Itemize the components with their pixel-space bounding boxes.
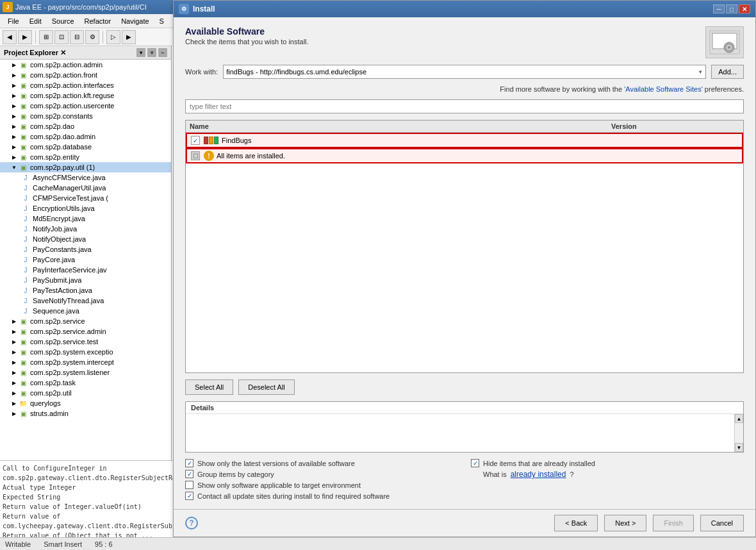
tree-label-24: Sequence.java bbox=[33, 307, 79, 315]
option-target-checkbox[interactable] bbox=[185, 481, 193, 489]
tree-item-24[interactable]: J Sequence.java bbox=[0, 306, 171, 316]
package-icon-6: ▣ bbox=[18, 122, 28, 131]
file-icon-12: J bbox=[21, 183, 31, 192]
panel-collapse-button[interactable]: ▾ bbox=[136, 48, 145, 57]
tree-item-23[interactable]: J SaveNotifyThread.java bbox=[0, 296, 171, 306]
tree-item-6[interactable]: ▶ ▣ com.sp2p.dao bbox=[0, 121, 171, 131]
tree-item-29[interactable]: ▶ ▣ com.sp2p.system.intercept bbox=[0, 357, 171, 367]
tree-item-26[interactable]: ▶ ▣ com.sp2p.service.admin bbox=[0, 326, 171, 337]
tree-item-4[interactable]: ▶ ▣ com.sp2p.action.usercente bbox=[0, 101, 171, 111]
option-contact-checkbox[interactable] bbox=[185, 492, 193, 500]
findbugs-checkbox[interactable]: ✓ bbox=[191, 136, 200, 145]
tree-label-11: AsyncCFMService.java bbox=[33, 174, 106, 181]
dialog-maximize-button[interactable]: □ bbox=[726, 4, 737, 13]
tree-item-5[interactable]: ▶ ▣ com.sp2p.constants bbox=[0, 111, 171, 121]
file-icon-11: J bbox=[21, 173, 31, 182]
option-contact-label: Contact all update sites during install … bbox=[197, 492, 390, 500]
tree-item-25[interactable]: ▶ ▣ com.sp2p.service bbox=[0, 316, 171, 326]
dialog-close-button[interactable]: ✕ bbox=[739, 4, 750, 13]
tree-item-2[interactable]: ▶ ▣ com.sp2p.action.interfaces bbox=[0, 80, 171, 90]
tree-item-32[interactable]: ▶ ▣ com.sp2p.util bbox=[0, 388, 171, 398]
tree-item-20[interactable]: J PayInterfaceService.jav bbox=[0, 265, 171, 275]
tree-item-18[interactable]: J PayConstants.java bbox=[0, 244, 171, 254]
option-group-label: Group items by category bbox=[197, 471, 274, 478]
menu-source[interactable]: Source bbox=[47, 16, 79, 26]
tree-label-20: PayInterfaceService.jav bbox=[33, 266, 107, 274]
tree-item-19[interactable]: J PayCore.java bbox=[0, 254, 171, 265]
software-row-all-installed[interactable]: ☐ ! All items are installed. bbox=[186, 148, 743, 163]
work-with-combo[interactable]: findBugs - http://findbugs.cs.umd.edu/ec… bbox=[223, 65, 706, 79]
tree-item-10[interactable]: ▼ ▣ com.sp2p.pay.util (1) bbox=[0, 162, 171, 172]
details-scroll-down[interactable]: ▼ bbox=[735, 443, 743, 452]
back-button[interactable]: < Back bbox=[554, 515, 598, 531]
tree-item-12[interactable]: J CacheManagerUtil.java bbox=[0, 183, 171, 193]
cancel-button[interactable]: Cancel bbox=[700, 515, 744, 531]
software-row-findbugs[interactable]: ✓ FindBugs bbox=[186, 133, 743, 148]
tree-label-22: PayTestAction.java bbox=[33, 287, 92, 294]
add-button[interactable]: Add... bbox=[711, 65, 744, 79]
tree-item-33[interactable]: ▶ 📁 querylogs bbox=[0, 398, 171, 408]
package-icon-10: ▣ bbox=[18, 163, 28, 172]
tree-item-13[interactable]: J CFMPServiceTest.java ( bbox=[0, 193, 171, 203]
toolbar-forward-button[interactable]: ▶ bbox=[18, 30, 32, 44]
tree-item-28[interactable]: ▶ ▣ com.sp2p.system.exceptio bbox=[0, 347, 171, 357]
tree-item-30[interactable]: ▶ ▣ com.sp2p.system.listener bbox=[0, 367, 171, 378]
options-section: Show only the latest versions of availab… bbox=[185, 459, 744, 500]
tree-item-0[interactable]: ▶ ▣ com.sp2p.action.admin bbox=[0, 60, 171, 70]
tree-item-11[interactable]: J AsyncCFMService.java bbox=[0, 172, 171, 183]
deselect-all-button[interactable]: Deselect All bbox=[238, 379, 294, 395]
panel-minimize-button[interactable]: − bbox=[158, 48, 167, 57]
option-hide-checkbox[interactable] bbox=[471, 459, 479, 467]
option-hide-installed: Hide items that are already installed bbox=[471, 459, 744, 467]
toolbar-debug-button[interactable]: ▷ bbox=[106, 30, 120, 44]
tree-label-28: com.sp2p.system.exceptio bbox=[30, 348, 113, 356]
tree-item-7[interactable]: ▶ ▣ com.sp2p.dao.admin bbox=[0, 131, 171, 142]
option-group-checkbox[interactable] bbox=[185, 470, 193, 478]
tree-label-19: PayCore.java bbox=[33, 256, 75, 263]
toolbar-btn-4[interactable]: ⚙ bbox=[85, 30, 99, 44]
menu-edit[interactable]: Edit bbox=[24, 16, 47, 26]
toolbar-btn-2[interactable]: ⊡ bbox=[54, 30, 69, 44]
toolbar-back-button[interactable]: ◀ bbox=[3, 30, 17, 44]
available-software-sites-link[interactable]: 'Available Software Sites' bbox=[624, 85, 703, 93]
panel-menu-button[interactable]: ▿ bbox=[147, 48, 156, 57]
tree-item-16[interactable]: J NotifyJob.java bbox=[0, 224, 171, 234]
menu-file[interactable]: File bbox=[3, 16, 24, 26]
select-all-button[interactable]: Select All bbox=[185, 379, 233, 395]
option-what-suffix: ? bbox=[570, 471, 573, 478]
tree-item-21[interactable]: J PaySubmit.java bbox=[0, 275, 171, 285]
tree-item-9[interactable]: ▶ ▣ com.sp2p.entity bbox=[0, 152, 171, 162]
dialog-minimize-button[interactable]: ─ bbox=[713, 4, 725, 13]
tree-item-34[interactable]: ▶ ▣ struts.admin bbox=[0, 408, 171, 419]
toolbar-btn-1[interactable]: ⊞ bbox=[39, 30, 53, 44]
tree-item-22[interactable]: J PayTestAction.java bbox=[0, 285, 171, 296]
help-icon[interactable]: ? bbox=[185, 517, 198, 529]
menu-navigate[interactable]: Navigate bbox=[116, 16, 154, 26]
tree-item-17[interactable]: J NotifyObject.java bbox=[0, 234, 171, 244]
tree-item-3[interactable]: ▶ ▣ com.sp2p.action.kft.reguse bbox=[0, 90, 171, 101]
next-button[interactable]: Next > bbox=[604, 515, 646, 531]
menu-refactor[interactable]: Refactor bbox=[79, 16, 117, 26]
tree-item-31[interactable]: ▶ ▣ com.sp2p.task bbox=[0, 378, 171, 388]
tree-item-14[interactable]: J EncryptionUtils.java bbox=[0, 203, 171, 213]
tree-item-27[interactable]: ▶ ▣ com.sp2p.service.test bbox=[0, 337, 171, 347]
tree-label-34: struts.admin bbox=[30, 410, 69, 417]
toolbar-btn-3[interactable]: ⊟ bbox=[70, 30, 84, 44]
details-scroll-up[interactable]: ▲ bbox=[735, 414, 743, 423]
dialog-footer: ? < Back Next > Finish Cancel bbox=[174, 509, 755, 537]
option-latest-checkbox[interactable] bbox=[185, 459, 193, 467]
software-buttons-row: Select All Deselect All bbox=[185, 379, 744, 395]
all-installed-checkbox[interactable]: ☐ bbox=[191, 151, 200, 160]
toolbar-run-button[interactable]: ▶ bbox=[122, 30, 136, 44]
find-more-suffix: preferences. bbox=[703, 85, 744, 93]
tree-item-1[interactable]: ▶ ▣ com.sp2p.action.front bbox=[0, 70, 171, 80]
tree-label-29: com.sp2p.system.intercept bbox=[30, 358, 114, 366]
menu-s[interactable]: S bbox=[154, 16, 169, 26]
tree-item-8[interactable]: ▶ ▣ com.sp2p.database bbox=[0, 142, 171, 152]
file-icon-17: J bbox=[21, 235, 31, 244]
finish-button[interactable]: Finish bbox=[653, 515, 693, 531]
filter-input[interactable] bbox=[185, 99, 744, 113]
tree-item-15[interactable]: J Md5Encrypt.java bbox=[0, 213, 171, 224]
already-installed-link[interactable]: already installed bbox=[511, 470, 566, 479]
details-scrollbar[interactable]: ▲ ▼ bbox=[734, 414, 743, 452]
